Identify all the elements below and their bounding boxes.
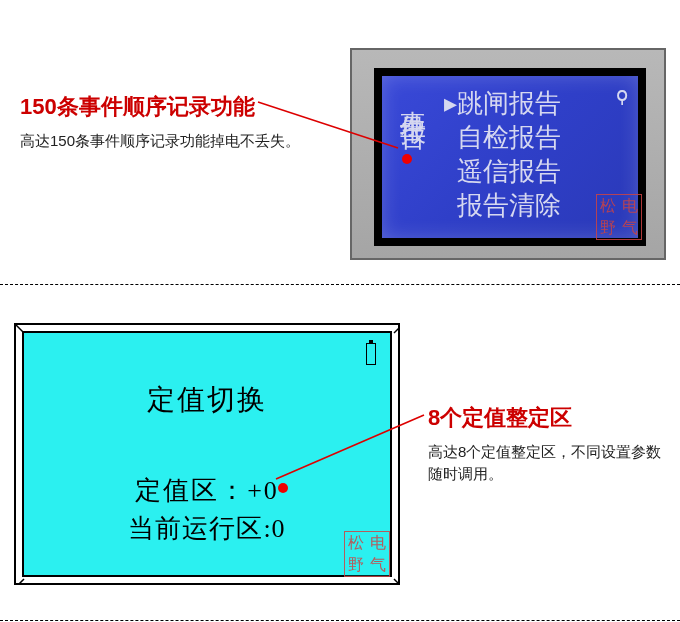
lcd-side-label: 事件报告 (394, 86, 430, 228)
feature-section-event-log: 150条事件顺序记录功能 高达150条事件顺序记录功能掉电不丢失。 ϙ 事件报告… (0, 0, 680, 284)
svg-line-2 (394, 325, 398, 333)
line-value: :0 (263, 514, 285, 543)
feature-description: 高达8个定值整定区，不同设置参数随时调用。 (428, 441, 664, 485)
screen-title: 定值切换 (24, 381, 390, 419)
lcd-menu-item: 跳闸报告 (457, 89, 561, 118)
selection-arrow-icon: ▸ (444, 88, 457, 118)
stamp-char: 气 (619, 219, 641, 237)
stamp-char: 电 (367, 534, 389, 552)
svg-line-4 (394, 579, 398, 583)
stamp-char: 气 (367, 556, 389, 574)
device-lcd-screen: 定值切换 定值区：+0 当前运行区:0 (22, 331, 392, 577)
feature-section-setting-zones: 定值切换 定值区：+0 当前运行区:0 松电野气 8个定值整定区 高达8个定值整… (0, 285, 680, 622)
screen-line-current-zone: 当前运行区:0 (24, 511, 390, 546)
battery-icon (366, 343, 376, 365)
lcd-menu-item: 遥信报告 (457, 157, 561, 186)
line-label: 当前运行区 (128, 514, 263, 543)
lcd-content: 事件报告 ▸跳闸报告 自检报告 遥信报告 报告清除 (394, 86, 626, 228)
line-value: +0 (247, 476, 279, 505)
feature-description: 高达150条事件顺序记录功能掉电不丢失。 (20, 130, 315, 152)
lcd-menu-item: 报告清除 (457, 191, 561, 220)
feature-headline: 8个定值整定区 (428, 403, 664, 433)
stamp-char: 野 (345, 556, 367, 574)
lcd-content: 定值切换 定值区：+0 当前运行区:0 (24, 333, 390, 575)
device-bezel: ϙ 事件报告 ▸跳闸报告 自检报告 遥信报告 报告清除 松电野气 (350, 48, 666, 260)
svg-line-3 (16, 579, 24, 583)
feature-text-block: 8个定值整定区 高达8个定值整定区，不同设置参数随时调用。 (428, 403, 664, 485)
watermark-stamp: 松电野气 (596, 194, 642, 240)
section-divider (0, 620, 680, 621)
callout-dot (278, 483, 288, 493)
stamp-char: 野 (597, 219, 619, 237)
lcd-menu-item: 自检报告 (457, 123, 561, 152)
stamp-char: 松 (597, 197, 619, 215)
watermark-stamp: 松电野气 (344, 531, 390, 577)
stamp-char: 松 (345, 534, 367, 552)
stamp-char: 电 (619, 197, 641, 215)
line-label: 定值区： (135, 476, 247, 505)
feature-headline: 150条事件顺序记录功能 (20, 92, 315, 122)
screen-line-setting-zone: 定值区：+0 (24, 473, 390, 508)
feature-text-block: 150条事件顺序记录功能 高达150条事件顺序记录功能掉电不丢失。 (20, 92, 315, 152)
device-frame-outer: 定值切换 定值区：+0 当前运行区:0 (14, 323, 400, 585)
